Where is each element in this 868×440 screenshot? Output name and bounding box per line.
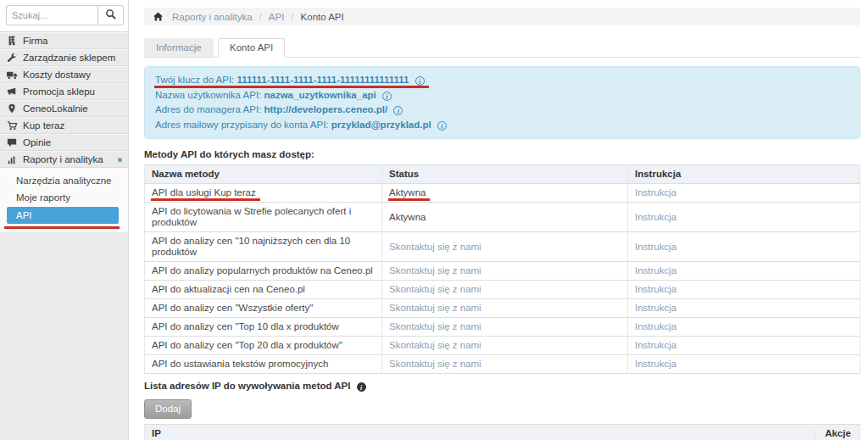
sidebar-item-moje-raporty[interactable]: Moje raporty	[0, 189, 128, 206]
instruction-link[interactable]: Instrukcja	[628, 318, 860, 337]
instruction-link[interactable]: Instrukcja	[628, 184, 860, 203]
table-row: API do analizy cen "Wszystkie oferty" Sk…	[145, 299, 860, 318]
sidebar-item-label: Koszty dostawy	[23, 70, 122, 80]
instruction-link[interactable]: Instrukcja	[628, 232, 860, 262]
column-header-ip: IP	[145, 425, 816, 440]
table-row: API do analizy popularnych produktów na …	[145, 262, 860, 281]
column-header-status: Status	[382, 165, 628, 184]
sidebar-item-label: Firma	[23, 36, 122, 46]
sidebar-item-label: Opinie	[23, 137, 122, 148]
info-icon[interactable]	[357, 382, 366, 392]
contact-us-link[interactable]: Skontaktuj się z nami	[382, 262, 628, 281]
method-name: API do analizy cen "Top 20 dla x produkt…	[145, 337, 382, 355]
instruction-link[interactable]: Instrukcja	[628, 281, 860, 299]
sidebar-item-kup-teraz[interactable]: Kup teraz	[0, 117, 128, 134]
info-icon[interactable]	[393, 106, 403, 115]
table-row: API do analizy cen "Top 20 dla x produkt…	[145, 337, 860, 355]
app-window: Firma Zarządzanie sklepem Koszty dostawy…	[0, 0, 868, 440]
instruction-link[interactable]: Instrukcja	[628, 355, 860, 374]
api-manager-line: Adres do managera API: http://developers…	[155, 103, 849, 118]
annotated-status: Aktywna	[389, 187, 426, 198]
instruction-link[interactable]: Instrukcja	[628, 299, 860, 318]
breadcrumb: Raporty i analityka API Konto API	[144, 8, 860, 25]
api-manager-label: Adres do managera API:	[155, 104, 261, 114]
sidebar-search	[0, 0, 128, 32]
sidebar-item-label: CeneoLokalnie	[23, 103, 122, 114]
api-email-label: Adres mailowy przypisany do konta API:	[155, 120, 329, 130]
ip-section-title: Lista adresów IP do wywoływania metod AP…	[144, 381, 860, 392]
method-name: API do analizy cen "Top 10 dla x produkt…	[145, 318, 382, 337]
table-row: API dla usługi Kup teraz Aktywna Instruk…	[145, 184, 860, 203]
megaphone-icon	[6, 86, 18, 97]
contact-us-link[interactable]: Skontaktuj się z nami	[382, 337, 628, 355]
tab-bar: Informacje Konto API	[144, 38, 860, 58]
instruction-link[interactable]: Instrukcja	[628, 262, 860, 281]
breadcrumb-link-raporty[interactable]: Raporty i analityka	[172, 12, 253, 22]
api-username-line: Nazwa użytkownika API: nazwa_uzytkownika…	[155, 88, 849, 103]
column-header-instrukcja: Instrukcja	[628, 165, 860, 184]
contact-us-link[interactable]: Skontaktuj się z nami	[382, 318, 628, 337]
method-name: API do analizy cen "10 najniższych cen d…	[145, 232, 382, 262]
table-row: API do analizy cen "Top 10 dla x produkt…	[145, 318, 860, 337]
sidebar-item-firma[interactable]: Firma	[0, 32, 128, 49]
building-icon	[6, 36, 18, 46]
sidebar-item-api[interactable]: API	[7, 207, 119, 224]
info-icon[interactable]	[415, 76, 425, 86]
info-icon[interactable]	[437, 121, 447, 131]
add-ip-button[interactable]: Dodaj	[144, 399, 192, 419]
column-header-akcje: Akcje	[816, 425, 860, 440]
sidebar-item-raporty-i-analityka[interactable]: Raporty i analityka	[0, 151, 128, 168]
methods-section-title: Metody API do których masz dostęp:	[144, 149, 860, 159]
method-name: API do licytowania w Strefie polecanych …	[145, 203, 382, 232]
info-icon[interactable]	[382, 92, 392, 101]
contact-us-link[interactable]: Skontaktuj się z nami	[382, 299, 628, 318]
contact-us-link[interactable]: Skontaktuj się z nami	[382, 355, 628, 374]
cart-icon	[6, 120, 18, 131]
contact-us-link[interactable]: Skontaktuj się z nami	[382, 232, 628, 262]
sidebar-item-ceneolokalnie[interactable]: CeneoLokalnie	[0, 100, 128, 117]
sidebar-item-koszty-dostawy[interactable]: Koszty dostawy	[0, 66, 128, 83]
method-name: API do analizy cen "Wszystkie oferty"	[145, 299, 382, 318]
annotated-api-key: Twój klucz do API: 111111-1111-1111-1111…	[155, 75, 425, 85]
api-email-value: przyklad@przyklad.pl	[331, 120, 431, 130]
truck-icon	[6, 70, 18, 81]
tab-konto-api[interactable]: Konto API	[218, 38, 285, 58]
api-email-line: Adres mailowy przypisany do konta API: p…	[155, 118, 849, 133]
sidebar-item-zarzadzanie-sklepem[interactable]: Zarządzanie sklepem	[0, 49, 128, 66]
search-button[interactable]	[97, 5, 124, 25]
methods-table: Nazwa metody Status Instrukcja API dla u…	[144, 164, 860, 374]
sidebar: Firma Zarządzanie sklepem Koszty dostawy…	[0, 0, 129, 440]
method-name: API do ustawiania tekstów promocyjnych	[145, 355, 382, 374]
home-icon[interactable]	[153, 11, 164, 22]
search-input[interactable]	[6, 5, 97, 25]
ip-section-title-text: Lista adresów IP do wywoływania metod AP…	[144, 381, 350, 391]
annotation-underline-api	[4, 226, 120, 229]
column-header-nazwa-metody: Nazwa metody	[145, 165, 382, 184]
sidebar-item-narzedzia-analityczne[interactable]: Narzędzia analityczne	[0, 172, 128, 189]
table-header-row: Nazwa metody Status Instrukcja	[145, 165, 860, 184]
breadcrumb-link-api[interactable]: API	[253, 12, 285, 22]
tab-informacje[interactable]: Informacje	[144, 38, 214, 57]
api-key-line: Twój klucz do API: 111111-1111-1111-1111…	[155, 73, 849, 88]
sidebar-item-label: Raporty i analityka	[23, 154, 113, 164]
api-username-value: nazwa_uzytkownika_api	[264, 90, 376, 100]
sidebar-item-label: Zarządzanie sklepem	[23, 53, 122, 63]
api-account-info-box: Twój klucz do API: 111111-1111-1111-1111…	[144, 66, 860, 139]
table-row: API do licytowania w Strefie polecanych …	[145, 203, 860, 232]
search-icon	[105, 8, 116, 22]
comment-icon	[6, 137, 18, 148]
sidebar-submenu: Narzędzia analityczne Moje raporty API	[0, 168, 128, 232]
sidebar-item-promocja-sklepu[interactable]: Promocja sklepu	[0, 83, 128, 100]
method-status: Aktywna	[382, 203, 628, 232]
breadcrumb-current: Konto API	[284, 12, 343, 22]
api-manager-url[interactable]: http://developers.ceneo.pl/	[264, 104, 388, 114]
instruction-link[interactable]: Instrukcja	[628, 203, 860, 232]
table-row: API do aktualizacji cen na Ceneo.pl Skon…	[145, 281, 860, 299]
api-key-label: Twój klucz do API:	[155, 75, 234, 85]
method-name: API do aktualizacji cen na Ceneo.pl	[145, 281, 382, 299]
instruction-link[interactable]: Instrukcja	[628, 337, 860, 355]
contact-us-link[interactable]: Skontaktuj się z nami	[382, 281, 628, 299]
map-pin-icon	[6, 103, 18, 114]
sidebar-item-opinie[interactable]: Opinie	[0, 134, 128, 151]
table-row: API do ustawiania tekstów promocyjnych S…	[145, 355, 860, 374]
